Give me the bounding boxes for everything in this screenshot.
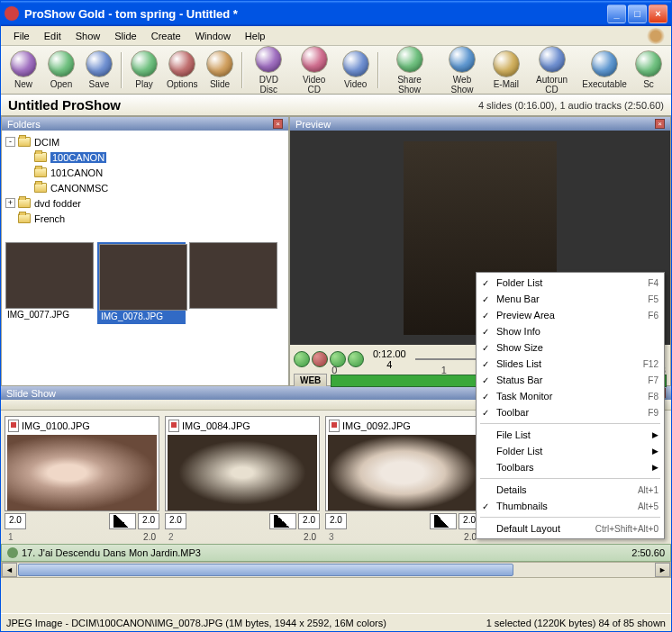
menu-item-default-layout[interactable]: Default LayoutCtrl+Shift+Alt+0 [478, 520, 662, 537]
page-icon [8, 420, 19, 432]
autorun-cd-icon [539, 46, 566, 73]
folder-tree[interactable]: -DCIM100CANON101CANONCANONMSC+dvd fodder… [2, 131, 288, 239]
menu-item-menu-bar[interactable]: ✓Menu BarF5 [478, 291, 662, 307]
slide[interactable]: IMG_0084.JPG2.02.022.0 [165, 416, 320, 528]
slide-icon [206, 50, 233, 77]
toolbar-dvd-disc-button[interactable]: DVD Disc [246, 46, 292, 95]
menu-file[interactable]: File [6, 29, 37, 43]
expand-icon[interactable]: + [5, 198, 15, 208]
tree-item[interactable]: 100CANON [5, 149, 285, 165]
transition-duration[interactable]: 2.0 [298, 513, 320, 529]
horizontal-scrollbar[interactable]: ◄ ► [1, 562, 671, 578]
toolbar-e-mail-button[interactable]: E-Mail [487, 49, 525, 91]
scroll-left-button[interactable]: ◄ [2, 563, 17, 577]
folder-icon [34, 167, 47, 177]
file-list[interactable]: IMG_0077.JPGIMG_0078.JPG [2, 239, 288, 385]
show-title: Untitled ProShow [8, 97, 478, 113]
executable-icon [591, 50, 618, 77]
transition-icon [114, 515, 132, 528]
thumbnail-image [99, 244, 187, 311]
close-preview-button[interactable]: × [655, 119, 665, 129]
tree-item[interactable]: 101CANON [5, 165, 285, 180]
audio-duration: 2:50.60 [631, 547, 665, 558]
menu-item-show-size[interactable]: ✓Show Size [478, 339, 662, 356]
share-show-icon [396, 46, 423, 73]
app-icon [5, 6, 19, 21]
play-button[interactable] [294, 351, 310, 367]
toolbar-sc-button[interactable]: Sc [630, 49, 667, 91]
toolbar-web-show-button[interactable]: Web Show [437, 46, 486, 95]
check-icon: ✓ [482, 501, 489, 511]
file-thumbnail[interactable] [189, 242, 277, 324]
scroll-right-button[interactable]: ► [655, 563, 670, 577]
tree-item[interactable]: CANONMSC [5, 180, 285, 195]
maximize-button[interactable]: □ [628, 5, 647, 23]
web-label[interactable]: WEB [294, 374, 327, 387]
folder-icon [34, 183, 47, 193]
slide-duration[interactable]: 2.0 [325, 513, 347, 529]
menu-item-status-bar[interactable]: ✓Status BarF7 [478, 372, 662, 388]
transition-button[interactable] [269, 513, 296, 529]
menu-item-folder-list[interactable]: Folder List▶ [478, 443, 662, 459]
check-icon: ✓ [482, 278, 489, 288]
toolbar-new-button[interactable]: New [5, 49, 42, 91]
slide[interactable]: IMG_0092.JPG2.02.032.0 [325, 416, 480, 528]
menu-item-toolbars[interactable]: Toolbars▶ [478, 459, 662, 475]
open-icon [48, 50, 75, 77]
toolbar-video-button[interactable]: Video [337, 49, 375, 91]
tree-item[interactable]: -DCIM [5, 134, 285, 149]
menu-slide[interactable]: Slide [107, 29, 143, 43]
menu-item-preview-area[interactable]: ✓Preview AreaF6 [478, 307, 662, 323]
folder-icon [18, 198, 31, 208]
transition-button[interactable] [430, 513, 457, 529]
toolbar-share-show-button[interactable]: Share Show [382, 46, 438, 95]
menu-item-toolbar[interactable]: ✓ToolbarF9 [478, 404, 662, 420]
toolbar-executable-button[interactable]: Executable [578, 49, 630, 91]
e-mail-icon [493, 50, 520, 77]
file-thumbnail[interactable]: IMG_0077.JPG [5, 242, 94, 324]
file-thumbnail[interactable]: IMG_0078.JPG [97, 242, 186, 324]
menu-help[interactable]: Help [238, 29, 273, 43]
menu-item-task-monitor[interactable]: ✓Task MonitorF8 [478, 388, 662, 404]
toolbar-video-cd-button[interactable]: Video CD [292, 46, 337, 95]
menu-item-show-info[interactable]: ✓Show Info [478, 323, 662, 339]
slide-image [7, 435, 157, 510]
stop-button[interactable] [312, 351, 328, 367]
titlebar[interactable]: ProShow Gold - tom spring - Untitled * _… [1, 1, 671, 26]
tree-item[interactable]: French [5, 211, 285, 226]
menu-window[interactable]: Window [188, 29, 238, 43]
page-icon [329, 420, 340, 432]
menu-show[interactable]: Show [68, 29, 108, 43]
menu-item-thumbnails[interactable]: ✓ThumbnailsAlt+5 [478, 498, 662, 514]
scroll-thumb[interactable] [18, 564, 513, 576]
menu-item-details[interactable]: DetailsAlt+1 [478, 482, 662, 498]
menu-create[interactable]: Create [144, 29, 188, 43]
context-menu[interactable]: ✓Folder ListF4✓Menu BarF5✓Preview AreaF6… [476, 272, 665, 539]
menu-edit[interactable]: Edit [37, 29, 68, 43]
toolbar-play-button[interactable]: Play [125, 49, 163, 91]
menu-item-slides-list[interactable]: ✓Slides ListF12 [478, 356, 662, 372]
toolbar-open-button[interactable]: Open [42, 49, 80, 91]
page-icon [168, 420, 179, 432]
toolbar-save-button[interactable]: Save [80, 49, 118, 91]
slide-duration[interactable]: 2.0 [165, 513, 186, 529]
slide-duration[interactable]: 2.0 [5, 513, 26, 529]
slide-image [168, 435, 317, 510]
minimize-button[interactable]: _ [607, 5, 626, 23]
close-button[interactable]: × [649, 5, 667, 23]
toolbar-slide-button[interactable]: Slide [201, 49, 239, 91]
close-folders-button[interactable]: × [273, 119, 283, 129]
toolbar-options-button[interactable]: Options [163, 49, 201, 91]
menu-item-file-list[interactable]: File List▶ [478, 427, 662, 443]
transition-button[interactable] [109, 513, 136, 529]
audio-track[interactable]: 17. J'ai Descendu Dans Mon Jardin.MP3 2:… [1, 544, 671, 562]
check-icon: ✓ [482, 294, 489, 304]
expand-icon[interactable]: - [5, 137, 15, 147]
tree-item[interactable]: +dvd fodder [5, 195, 285, 211]
toolbar: NewOpenSavePlayOptionsSlideDVD DiscVideo… [1, 46, 671, 95]
toolbar-autorun-cd-button[interactable]: Autorun CD [525, 46, 578, 95]
audio-name: 17. J'ai Descendu Dans Mon Jardin.MP3 [22, 547, 201, 558]
transition-duration[interactable]: 2.0 [138, 513, 159, 529]
menu-item-folder-list[interactable]: ✓Folder ListF4 [478, 275, 662, 291]
slide[interactable]: IMG_0100.JPG2.02.012.0 [5, 416, 159, 528]
